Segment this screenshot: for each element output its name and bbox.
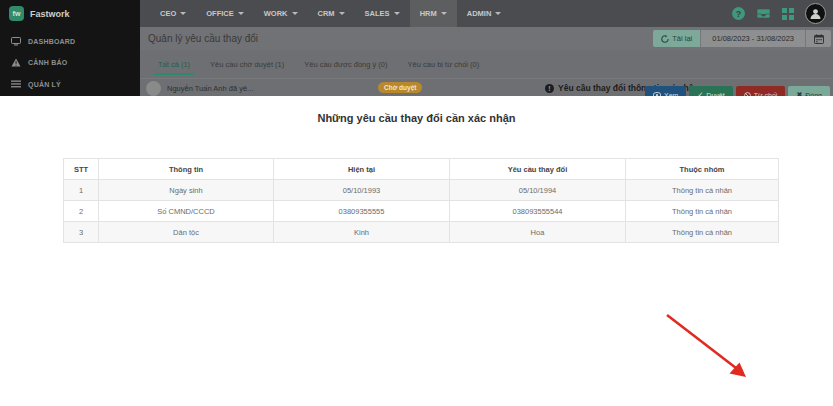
sidebar-item-label: QUẢN LÝ <box>28 81 61 88</box>
navbar-menu-crm[interactable]: CRM <box>308 0 355 27</box>
menu-label: CEO <box>160 9 176 18</box>
menu-label: HRM <box>420 9 437 18</box>
request-avatar <box>146 81 161 96</box>
sidebar-item-dashboard[interactable]: DASHBOARD <box>0 31 140 51</box>
menu-label: SALES <box>365 9 390 18</box>
table-row: 2 Số CMND/CCCD 03809355555 038093555544 … <box>64 201 779 222</box>
table-row: 3 Dân tộc Kinh Hoa Thông tin cá nhân <box>64 222 779 243</box>
inbox-icon[interactable] <box>756 7 771 20</box>
table-row: 1 Ngày sinh 05/10/1993 05/10/1994 Thông … <box>64 180 779 201</box>
reload-label: Tải lại <box>672 34 692 43</box>
sidebar-item-label: DASHBOARD <box>28 38 75 45</box>
navbar-menu-office[interactable]: OFFICE <box>196 0 254 27</box>
approve-button[interactable]: ✓ Duyệt <box>689 86 732 96</box>
chevron-down-icon <box>180 12 186 15</box>
reload-button[interactable]: Tải lại <box>653 30 700 47</box>
info-icon: ! <box>545 84 554 93</box>
col-header-stt: STT <box>64 159 99 180</box>
brand-name: Fastwork <box>30 9 70 19</box>
tab-dong-y[interactable]: Yêu cầu được đồng ý (0) <box>294 50 397 78</box>
sidebar-item-label: CẢNH BÁO <box>28 59 67 66</box>
fastwork-logo-icon: fw <box>9 6 24 21</box>
cell-thuoc-nhom: Thông tin cá nhân <box>626 201 779 222</box>
table-header-row: STT Thông tin Hiện tại Yêu cầu thay đổi … <box>64 159 779 180</box>
sidebar-item-quan-ly[interactable]: QUẢN LÝ <box>0 74 140 94</box>
status-badge: Chờ duyệt <box>378 82 422 93</box>
cell-stt: 2 <box>64 201 99 222</box>
navbar-menu-sales[interactable]: SALES <box>355 0 410 27</box>
list-icon <box>11 80 21 88</box>
col-header-thong-tin: Thông tin <box>99 159 274 180</box>
cell-thong-tin: Số CMND/CCCD <box>99 201 274 222</box>
changes-table: STT Thông tin Hiện tại Yêu cầu thay đổi … <box>63 158 779 243</box>
navbar-menu-work[interactable]: WORK <box>254 0 308 27</box>
navbar-menu-admin[interactable]: ADMIN <box>457 0 512 27</box>
navbar-right-icons: ? <box>732 0 833 27</box>
chevron-down-icon <box>292 12 298 15</box>
request-author: Nguyễn Tuấn Anh đã yê... <box>167 84 253 93</box>
tab-tu-choi[interactable]: Yêu cầu bị từ chối (0) <box>398 50 490 78</box>
col-header-yeu-cau: Yêu cầu thay đổi <box>450 159 626 180</box>
menu-label: OFFICE <box>206 9 234 18</box>
reject-button[interactable]: Từ chối <box>736 86 786 96</box>
cell-hien-tai: Kinh <box>274 222 450 243</box>
navbar-menus: CEO OFFICE WORK CRM SALES HRM ADMIN <box>140 0 511 27</box>
app-window: fw Fastwork DASHBOARD CẢNH BÁO QUẢN LÝ C… <box>0 0 833 406</box>
chevron-down-icon <box>339 12 345 15</box>
top-navbar: CEO OFFICE WORK CRM SALES HRM ADMIN ? <box>140 0 833 27</box>
date-range-field[interactable]: 01/08/2023 - 31/08/2023 <box>700 30 805 47</box>
tab-cho-duyet[interactable]: Yêu cầu chờ duyệt (1) <box>200 50 294 78</box>
request-list-item[interactable]: Nguyễn Tuấn Anh đã yê... Chờ duyệt ! Yêu… <box>140 78 833 96</box>
tabs-bar: Tất cả (1) Yêu cầu chờ duyệt (1) Yêu cầu… <box>140 50 833 78</box>
cell-stt: 1 <box>64 180 99 201</box>
person-icon <box>809 7 822 20</box>
tab-tat-ca[interactable]: Tất cả (1) <box>148 50 200 78</box>
sidebar: fw Fastwork DASHBOARD CẢNH BÁO QUẢN LÝ <box>0 0 140 96</box>
cell-yeu-cau: Hoa <box>450 222 626 243</box>
menu-label: CRM <box>318 9 335 18</box>
refresh-icon <box>661 35 669 43</box>
confirm-changes-modal: Những yêu cầu thay đổi cần xác nhận STT … <box>0 96 833 406</box>
close-button[interactable]: ✖ Đóng <box>788 86 830 96</box>
menu-label: WORK <box>264 9 288 18</box>
chevron-down-icon <box>441 12 447 15</box>
chevron-down-icon <box>238 12 244 15</box>
brand[interactable]: fw Fastwork <box>0 0 140 27</box>
navbar-menu-hrm[interactable]: HRM <box>410 0 457 27</box>
page-header-controls: Tải lại 01/08/2023 - 31/08/2023 <box>653 30 831 47</box>
menu-label: ADMIN <box>467 9 492 18</box>
calendar-button[interactable] <box>805 30 831 47</box>
view-button[interactable]: Xem <box>645 86 686 96</box>
request-actions: Xem ✓ Duyệt Từ chối ✖ Đóng <box>645 86 830 96</box>
help-icon[interactable]: ? <box>732 7 745 20</box>
warning-icon <box>11 58 21 67</box>
cell-yeu-cau: 038093555544 <box>450 201 626 222</box>
navbar-menu-ceo[interactable]: CEO <box>150 0 196 27</box>
cell-hien-tai: 03809355555 <box>274 201 450 222</box>
cell-thuoc-nhom: Thông tin cá nhân <box>626 180 779 201</box>
page-title: Quản lý yêu cầu thay đổi <box>148 33 258 44</box>
chevron-down-icon <box>495 12 501 15</box>
modal-title: Những yêu cầu thay đổi cần xác nhận <box>0 112 833 124</box>
col-header-hien-tai: Hiện tại <box>274 159 450 180</box>
page-header: Quản lý yêu cầu thay đổi Tải lại 01/08/2… <box>140 27 833 50</box>
monitor-icon <box>11 37 21 46</box>
cell-yeu-cau: 05/10/1994 <box>450 180 626 201</box>
cell-stt: 3 <box>64 222 99 243</box>
calendar-icon <box>814 34 824 44</box>
cell-hien-tai: 05/10/1993 <box>274 180 450 201</box>
dimmed-background-ui: fw Fastwork DASHBOARD CẢNH BÁO QUẢN LÝ C… <box>0 0 833 96</box>
cell-thong-tin: Dân tộc <box>99 222 274 243</box>
chevron-down-icon <box>394 12 400 15</box>
sidebar-item-canh-bao[interactable]: CẢNH BÁO <box>0 52 140 72</box>
cell-thong-tin: Ngày sinh <box>99 180 274 201</box>
user-avatar[interactable] <box>805 3 826 24</box>
apps-grid-icon[interactable] <box>782 8 794 20</box>
col-header-thuoc-nhom: Thuộc nhóm <box>626 159 779 180</box>
cell-thuoc-nhom: Thông tin cá nhân <box>626 222 779 243</box>
